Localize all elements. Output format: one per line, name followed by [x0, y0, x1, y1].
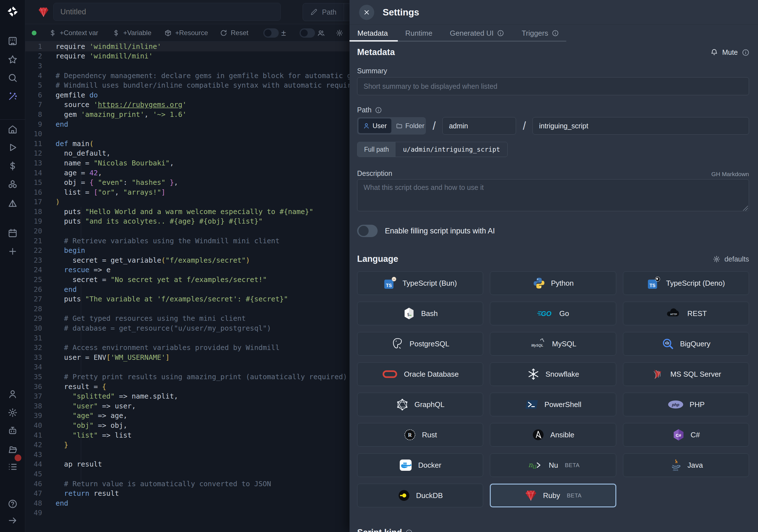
tab-metadata[interactable]: Metadata — [358, 25, 388, 42]
code-line[interactable]: 27 puts "The variable at 'f/examples/sec… — [25, 294, 350, 304]
code-line[interactable]: 41 "list" => list — [25, 430, 350, 440]
sidebar-item-help-icon[interactable] — [0, 495, 25, 513]
code-line[interactable]: 15 obj = { "even": "hashes" }, — [25, 178, 350, 187]
code-line[interactable]: 14 age = 42, — [25, 168, 350, 178]
code-line[interactable]: 38 "user" => user, — [25, 401, 350, 411]
description-textarea[interactable] — [357, 179, 749, 211]
code-line[interactable]: 5# Windmill uses bundler/inline compatib… — [25, 80, 350, 90]
language-ruby[interactable]: RubyBETA — [490, 484, 616, 507]
sidebar-item-wand-icon[interactable] — [0, 88, 25, 105]
sidebar-item-calendar-icon[interactable] — [0, 224, 25, 242]
sidebar-item-play-icon[interactable] — [0, 138, 25, 157]
sidebar-item-folder-open-icon[interactable] — [0, 441, 25, 458]
reset-button[interactable]: Reset — [220, 24, 249, 42]
language-go[interactable]: GOGo — [490, 302, 616, 325]
language-duckdb[interactable]: DuckDB — [357, 484, 483, 507]
code-line[interactable]: 37 "splitted" => name.split, — [25, 391, 350, 401]
code-line[interactable]: 3 — [25, 61, 350, 71]
code-line[interactable]: 22 begin — [25, 245, 350, 255]
language-oracle-database[interactable]: Oracle Database — [357, 362, 483, 386]
resource-button[interactable]: +Resource — [164, 24, 208, 42]
tab-triggers[interactable]: Triggers — [522, 25, 559, 42]
sidebar-item-bot-icon[interactable] — [0, 422, 25, 440]
multiplayer-toggle[interactable] — [299, 28, 315, 38]
language-bigquery[interactable]: BigQuery — [623, 332, 749, 356]
code-line[interactable]: 25 secret = "No secret yet at f/examples… — [25, 275, 350, 285]
code-line[interactable]: 30 # database = get_resource("u/user/my_… — [25, 323, 350, 333]
sidebar-item-list-icon[interactable] — [0, 458, 25, 476]
sidebar-item-star-icon[interactable] — [0, 51, 25, 69]
windmill-logo-icon[interactable] — [0, 2, 25, 21]
language-php[interactable]: phpPHP — [623, 393, 749, 416]
code-line[interactable]: 34 — [25, 362, 350, 372]
editor-settings-gear-icon[interactable] — [336, 24, 343, 42]
language-python[interactable]: Python — [490, 271, 616, 295]
language-graphql[interactable]: GraphQL — [357, 393, 483, 416]
path-button[interactable]: Path u/a — [303, 3, 350, 21]
info-icon[interactable] — [552, 29, 559, 37]
people-icon[interactable] — [317, 24, 325, 42]
code-line[interactable]: 33 user = ENV['WM_USERNAME'] — [25, 352, 350, 362]
sidebar-item-search-icon[interactable] — [0, 69, 25, 87]
code-line[interactable]: 11def main( — [25, 139, 350, 149]
code-line[interactable]: 21 # Retrieve variables using the Windmi… — [25, 236, 350, 246]
language-rest[interactable]: HTTPREST — [623, 302, 749, 325]
plus-minus-icon[interactable]: ± — [281, 24, 286, 42]
code-line[interactable]: 10 — [25, 129, 350, 139]
code-line[interactable]: 32 # Access environment variables provid… — [25, 343, 350, 352]
code-line[interactable]: 40 "obj" => obj, — [25, 420, 350, 430]
info-icon[interactable] — [375, 106, 382, 114]
language-typescript-deno-[interactable]: TSTypeScript (Deno) — [623, 271, 749, 295]
code-line[interactable]: 45 — [25, 469, 350, 479]
code-line[interactable]: 26 end — [25, 285, 350, 294]
language-powershell[interactable]: PowerShell — [490, 393, 616, 416]
info-icon[interactable] — [405, 529, 413, 532]
code-line[interactable]: 17) — [25, 197, 350, 207]
code-line[interactable]: 28 — [25, 304, 350, 314]
info-icon[interactable] — [497, 29, 504, 37]
owner-kind-folder[interactable]: Folder — [391, 119, 429, 133]
code-line[interactable]: 36 result = { — [25, 382, 350, 392]
language-postgresql[interactable]: PostgreSQL — [357, 332, 483, 356]
language-snowflake[interactable]: Snowflake — [490, 362, 616, 386]
resize-handle[interactable] — [742, 205, 748, 211]
code-line[interactable]: 8 gem 'amazing_print', '~> 1.6' — [25, 110, 350, 119]
code-line[interactable]: 6gemfile do — [25, 90, 350, 100]
code-line[interactable]: 13 name = "Nicolas Bourbaki", — [25, 158, 350, 168]
language-bash[interactable]: $Bash — [357, 302, 483, 325]
language-docker[interactable]: Docker — [357, 453, 483, 477]
path-name-input[interactable] — [533, 117, 749, 134]
language-rust[interactable]: RRust — [357, 423, 483, 446]
defaults-button[interactable]: defaults — [713, 255, 749, 263]
tab-generated-ui[interactable]: Generated UI — [450, 25, 504, 42]
sidebar-item-plus-icon[interactable] — [0, 242, 25, 260]
sidebar-item-home-icon[interactable] — [0, 120, 25, 138]
code-line[interactable]: 47 return result — [25, 488, 350, 498]
code-line[interactable]: 44 ap result — [25, 460, 350, 469]
close-icon[interactable] — [359, 5, 374, 20]
code-line[interactable]: 16 list = ["or", "arrays!"] — [25, 187, 350, 197]
sidebar-item-boxes-icon[interactable] — [0, 175, 25, 193]
code-line[interactable]: 43 — [25, 450, 350, 460]
sidebar-item-prism-icon[interactable] — [0, 195, 25, 213]
code-line[interactable]: 39 "age" => age, — [25, 411, 350, 421]
tab-runtime[interactable]: Runtime — [405, 25, 432, 42]
path-owner-input[interactable] — [442, 117, 516, 134]
sidebar-item-dollar-icon[interactable] — [0, 157, 25, 175]
ai-fill-toggle[interactable] — [357, 225, 378, 237]
code-line[interactable]: 4# Dependency management: declare gems i… — [25, 71, 350, 81]
code-line[interactable]: 31 — [25, 333, 350, 343]
language-nu[interactable]: nuNuBETA — [490, 453, 616, 477]
code-line[interactable]: 29 # Get typed resources using the mini … — [25, 314, 350, 324]
summary-input[interactable] — [357, 77, 749, 95]
owner-kind-user[interactable]: User — [359, 119, 391, 133]
code-line[interactable]: 24 rescue => e — [25, 265, 350, 275]
code-line[interactable]: 7 source 'https://rubygems.org' — [25, 100, 350, 110]
sidebar-item-building-icon[interactable] — [0, 32, 25, 50]
sidebar-item-user-icon[interactable] — [0, 385, 25, 403]
sidebar-item-arrow-right-icon[interactable] — [0, 512, 25, 529]
language-ms-sql-server[interactable]: MS SQL Server — [623, 362, 749, 386]
code-line[interactable]: 2require 'windmill/mini' — [25, 52, 350, 61]
code-line[interactable]: 12 no_default, — [25, 149, 350, 159]
contextvar-button[interactable]: +Context var — [49, 24, 98, 42]
